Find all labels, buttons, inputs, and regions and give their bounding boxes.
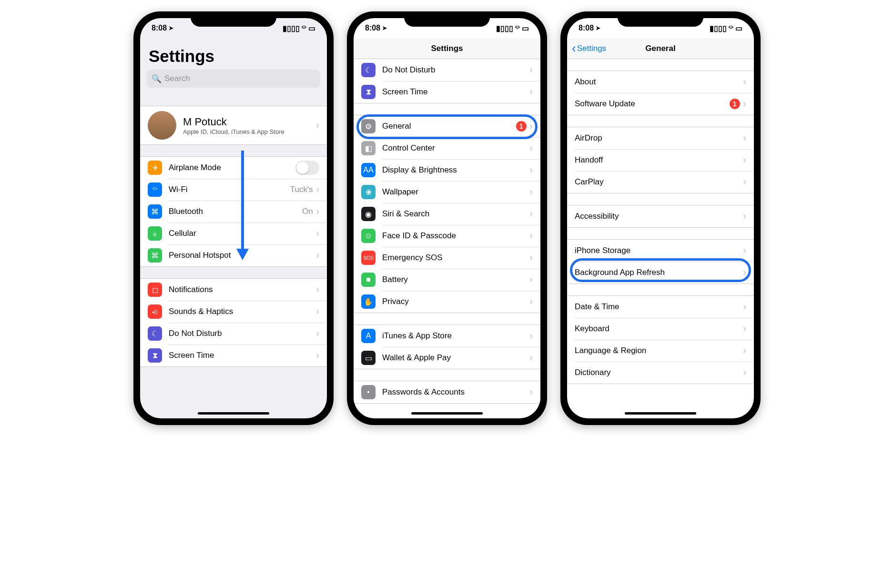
profile-subtitle: Apple ID, iCloud, iTunes & App Store: [183, 128, 316, 135]
passwords-icon: •: [361, 385, 376, 399]
home-indicator[interactable]: [625, 412, 696, 415]
chevron-right-icon: ›: [316, 349, 319, 362]
list-item[interactable]: ❀Wallpaper›: [354, 181, 540, 203]
list-item[interactable]: ⌘Personal Hotspot›: [140, 244, 327, 266]
back-button[interactable]: ‹Settings: [572, 41, 606, 56]
control-icon: ◧: [361, 141, 376, 155]
row-label: Display & Brightness: [382, 165, 529, 175]
chevron-right-icon: ›: [529, 252, 533, 264]
chevron-right-icon: ›: [529, 330, 533, 342]
chevron-right-icon: ›: [316, 183, 319, 196]
list-item[interactable]: Background App Refresh›: [567, 262, 754, 284]
row-label: Passwords & Accounts: [382, 387, 529, 397]
list-item[interactable]: ✈Airplane Mode: [140, 157, 327, 179]
list-item[interactable]: ⧗Screen Time›: [354, 81, 540, 103]
search-icon: 🔍: [152, 74, 162, 84]
group-general: ⚙General1›◧Control Center›AADisplay & Br…: [354, 115, 540, 313]
list-item[interactable]: ■Battery›: [354, 269, 540, 291]
screentime-icon: ⧗: [148, 348, 162, 363]
chevron-right-icon: ›: [316, 119, 319, 132]
airplane-icon: ✈: [148, 161, 162, 175]
notifications-icon: ◻: [148, 283, 162, 297]
chevron-right-icon: ›: [529, 164, 533, 176]
hint-arrow-icon: [235, 151, 250, 260]
list-item[interactable]: ◧Control Center›: [354, 137, 540, 159]
chevron-right-icon: ›: [529, 230, 533, 242]
settings-list[interactable]: ☾Do Not Disturb›⧗Screen Time› ⚙General1›…: [354, 59, 540, 418]
settings-list[interactable]: M Potuck Apple ID, iCloud, iTunes & App …: [140, 94, 327, 418]
settings-group-connectivity: ✈Airplane Mode⌔Wi-FiTuck's›⌘BluetoothOn›…: [140, 156, 327, 267]
list-item[interactable]: •Passwords & Accounts›: [354, 381, 540, 403]
screen-settings-scrolled: 8:08➤ ▮▯▯▯⌔▭ Settings ☾Do Not Disturb›⧗S…: [354, 18, 540, 418]
row-label: Control Center: [382, 143, 529, 153]
list-item[interactable]: ◉Siri & Search›: [354, 203, 540, 225]
list-item[interactable]: ⌔Wi-FiTuck's›: [140, 179, 327, 201]
group-accessibility: Accessibility›: [567, 205, 754, 228]
list-item[interactable]: About›: [567, 71, 754, 93]
list-item[interactable]: AirDrop›: [567, 127, 754, 149]
list-item[interactable]: Keyboard›: [567, 318, 754, 340]
list-item[interactable]: Accessibility›: [567, 205, 754, 227]
list-item[interactable]: iPhone Storage›: [567, 240, 754, 262]
list-item[interactable]: ⏚Cellular›: [140, 223, 327, 244]
search-input[interactable]: 🔍 Search: [147, 70, 320, 88]
list-item[interactable]: ⌘BluetoothOn›: [140, 201, 327, 223]
hotspot-icon: ⌘: [148, 248, 162, 263]
list-item[interactable]: ⚙General1›: [354, 115, 540, 137]
list-item[interactable]: CarPlay›: [567, 171, 754, 193]
list-item[interactable]: ☺Face ID & Passcode›: [354, 225, 540, 247]
list-item[interactable]: AiTunes & App Store›: [354, 325, 540, 347]
row-label: Language & Region: [575, 346, 743, 355]
avatar: [148, 111, 176, 140]
dnd-icon: ☾: [361, 63, 376, 77]
cellular-icon: ⏚: [148, 226, 162, 241]
list-item[interactable]: ✋Privacy›: [354, 291, 540, 313]
list-item[interactable]: ◂))Sounds & Haptics›: [140, 301, 327, 323]
sounds-icon: ◂)): [148, 304, 162, 319]
list-item[interactable]: ◻Notifications›: [140, 279, 327, 301]
chevron-right-icon: ›: [316, 284, 319, 296]
chevron-right-icon: ›: [529, 208, 533, 220]
row-label: Privacy: [382, 297, 529, 306]
nav-title: General: [645, 44, 675, 53]
row-label: Airplane Mode: [169, 163, 295, 172]
list-item[interactable]: Handoff›: [567, 149, 754, 171]
chevron-right-icon: ›: [316, 205, 319, 218]
chevron-right-icon: ›: [743, 98, 746, 110]
siri-icon: ◉: [361, 207, 376, 221]
row-label: Emergency SOS: [382, 253, 529, 263]
list-item[interactable]: Language & Region›: [567, 340, 754, 362]
row-detail: Tuck's: [290, 185, 313, 194]
chevron-right-icon: ›: [743, 301, 746, 313]
list-item[interactable]: ☾Do Not Disturb›: [354, 59, 540, 81]
list-item[interactable]: SOSEmergency SOS›: [354, 247, 540, 269]
row-label: Screen Time: [382, 87, 529, 97]
row-label: Battery: [382, 275, 529, 284]
profile-row[interactable]: M Potuck Apple ID, iCloud, iTunes & App …: [140, 106, 327, 144]
list-item[interactable]: Date & Time›: [567, 296, 754, 318]
chevron-right-icon: ›: [529, 352, 533, 364]
chevron-right-icon: ›: [743, 76, 746, 88]
home-indicator[interactable]: [198, 412, 269, 415]
location-icon: ➤: [596, 25, 600, 31]
list-item[interactable]: ⧗Screen Time›: [140, 345, 327, 366]
toggle-switch[interactable]: [295, 161, 319, 175]
list-item[interactable]: Software Update1›: [567, 93, 754, 115]
chevron-right-icon: ›: [529, 274, 533, 286]
row-label: Notifications: [169, 285, 316, 294]
list-item[interactable]: ▭Wallet & Apple Pay›: [354, 347, 540, 369]
back-label: Settings: [577, 44, 606, 53]
phone-frame-3: 8:08➤ ▮▯▯▯⌔▭ ‹Settings General About›Sof…: [560, 11, 761, 425]
list-item[interactable]: ☾Do Not Disturb›: [140, 323, 327, 345]
list-item[interactable]: AADisplay & Brightness›: [354, 159, 540, 181]
chevron-right-icon: ›: [743, 323, 746, 335]
list-item[interactable]: Dictionary›: [567, 362, 754, 384]
general-list[interactable]: About›Software Update1› AirDrop›Handoff›…: [567, 59, 754, 418]
battery-icon: ▭: [308, 24, 315, 33]
chevron-right-icon: ›: [316, 227, 319, 240]
row-label: Wallpaper: [382, 187, 529, 197]
row-label: Dictionary: [575, 368, 743, 377]
nav-title: Settings: [431, 44, 463, 53]
home-indicator[interactable]: [411, 412, 483, 415]
phone-frame-1: 8:08➤ ▮▯▯▯ ⌔ ▭ Settings 🔍 Search M Potuc…: [133, 11, 334, 425]
